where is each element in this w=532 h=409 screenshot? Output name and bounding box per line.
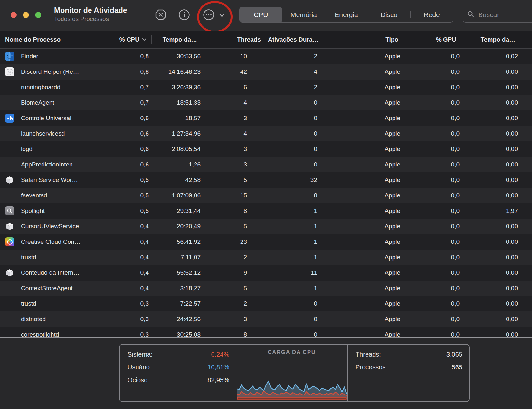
cell-threads: 8	[202, 207, 248, 214]
table-row[interactable]: corespotlightd0,330:25,0880Apple0,00,00	[0, 327, 532, 337]
cell-gpu-time: 0,00	[461, 146, 519, 153]
cell-activations: 1	[248, 223, 318, 230]
table-row[interactable]: distnoted0,324:42,5630Apple0,00,00	[0, 311, 532, 327]
cell-process-name: distnoted	[0, 311, 97, 327]
discord-helper-icon	[5, 67, 14, 76]
table-row[interactable]: logd0,62:08:05,5430Apple0,00,00	[0, 141, 532, 157]
cell-cpu: 0,7	[97, 99, 150, 106]
header-separator	[96, 35, 96, 44]
cell-kind: Apple	[318, 316, 402, 323]
table-row[interactable]: ContextStoreAgent0,43:18,2751Apple0,00,0…	[0, 281, 532, 296]
header-separator	[464, 35, 464, 44]
cell-gpu-time: 0,00	[461, 192, 519, 199]
header-separator	[204, 35, 204, 44]
cell-gpu: 0,0	[402, 53, 461, 60]
column-header-gpu-time[interactable]: Tempo da…	[481, 31, 515, 48]
header-separator	[526, 35, 526, 44]
column-header-gpu[interactable]: % GPU	[436, 31, 456, 48]
table-row[interactable]: Safari Service Wor…0,542,58532Apple0,00,…	[0, 172, 532, 188]
table-row[interactable]: CursorUIViewService0,420:20,4951Apple0,0…	[0, 219, 532, 234]
box-icon	[5, 222, 14, 231]
process-stats-panel: Threads: 3.065 Processos: 565	[348, 345, 469, 401]
cell-activations: 0	[248, 331, 318, 337]
cell-gpu: 0,0	[402, 207, 461, 214]
cell-kind: Apple	[318, 238, 402, 245]
cell-threads: 15	[202, 192, 248, 199]
cell-process-name: fseventsd	[0, 188, 97, 203]
table-row[interactable]: Discord Helper (Re…0,814:16:48,23424Appl…	[0, 64, 532, 80]
table-row[interactable]: fseventsd0,51:07:09,06158Apple0,00,00	[0, 188, 532, 203]
tab-memoria[interactable]: Memória	[282, 7, 325, 22]
column-header-cpu-time[interactable]: Tempo da…	[163, 31, 197, 48]
cell-kind: Apple	[318, 68, 402, 75]
cell-cpu: 0,3	[97, 331, 150, 337]
cell-kind: Apple	[318, 254, 402, 261]
cell-cpu: 0,4	[97, 254, 150, 261]
table-row[interactable]: AppPredictionInten…0,61,2630Apple0,00,00	[0, 157, 532, 172]
universal-control-icon	[5, 114, 14, 123]
cell-cpu-time: 1:07:09,06	[150, 192, 202, 199]
table-row[interactable]: runningboardd0,73:26:39,3662Apple0,00,00	[0, 80, 532, 95]
cell-process-name: launchservicesd	[0, 126, 97, 141]
cell-process-name: Conteúdo da Intern…	[0, 265, 97, 281]
minimize-window-button[interactable]	[23, 12, 29, 18]
column-header-cpu[interactable]: % CPU	[119, 31, 147, 48]
table-row[interactable]: Spotlight0,529:31,4481Apple0,01,97	[0, 203, 532, 219]
table-row[interactable]: BiomeAgent0,718:51,3340Apple0,00,00	[0, 95, 532, 110]
inspect-process-button[interactable]	[178, 8, 191, 21]
process-name: BiomeAgent	[21, 99, 54, 106]
tab-rede[interactable]: Rede	[410, 7, 453, 22]
cell-activations: 0	[248, 99, 318, 106]
stop-icon	[154, 8, 167, 21]
window-subtitle: Todos os Processos	[54, 15, 127, 23]
table-row[interactable]: Finder0,830:53,56102Apple0,00,02	[0, 49, 532, 64]
cell-kind: Apple	[318, 331, 402, 337]
cell-activations: 0	[248, 115, 318, 122]
cell-process-name: Controle Universal	[0, 110, 97, 126]
search-input[interactable]	[478, 11, 527, 19]
cell-kind: Apple	[318, 300, 402, 307]
cell-process-name: Creative Cloud Con…	[0, 234, 97, 250]
cell-cpu-time: 7:22,57	[150, 300, 202, 307]
column-header-threads[interactable]: Threads	[237, 31, 261, 48]
cell-gpu: 0,0	[402, 130, 461, 137]
cell-cpu-time: 55:52,12	[150, 269, 202, 276]
tab-energia[interactable]: Energia	[325, 7, 368, 22]
column-header-activations[interactable]: Ativações Dura…	[268, 31, 318, 48]
stop-process-button[interactable]	[154, 8, 167, 21]
cell-cpu: 0,6	[97, 161, 150, 168]
cell-activations: 2	[248, 84, 318, 91]
table-row[interactable]: launchservicesd0,61:27:34,9640Apple0,00,…	[0, 126, 532, 141]
cell-gpu: 0,0	[402, 316, 461, 323]
cell-gpu-time: 0,00	[461, 99, 519, 106]
search-field[interactable]	[463, 7, 532, 23]
cell-cpu-time: 2:08:05,54	[150, 146, 202, 153]
tab-cpu[interactable]: CPU	[240, 7, 282, 22]
process-name: launchservicesd	[21, 130, 65, 137]
cell-gpu: 0,0	[402, 161, 461, 168]
cell-cpu-time: 20:20,49	[150, 223, 202, 230]
user-value: 10,81%	[207, 364, 229, 371]
table-row[interactable]: Conteúdo da Intern…0,455:52,12911Apple0,…	[0, 265, 532, 281]
table-row[interactable]: trustd0,37:22,5720Apple0,00,00	[0, 296, 532, 311]
more-options-button[interactable]	[202, 8, 215, 21]
cell-cpu: 0,3	[97, 316, 150, 323]
column-header-kind[interactable]: Tipo	[385, 31, 398, 48]
cell-gpu: 0,0	[402, 192, 461, 199]
table-row[interactable]: Creative Cloud Con…0,456:41,92231Apple0,…	[0, 234, 532, 250]
cell-activations: 1	[248, 285, 318, 292]
tab-disco[interactable]: Disco	[368, 7, 411, 22]
cell-cpu-time: 18:51,33	[150, 99, 202, 106]
process-name: runningboardd	[21, 84, 61, 91]
process-name: ContextStoreAgent	[21, 285, 73, 292]
cell-cpu-time: 3:26:39,36	[150, 84, 202, 91]
zoom-window-button[interactable]	[35, 12, 41, 18]
cell-activations: 1	[248, 254, 318, 261]
table-row[interactable]: trustd0,47:11,0721Apple0,00,00	[0, 250, 532, 265]
chevron-down-icon[interactable]	[219, 13, 224, 17]
process-table: Finder0,830:53,56102Apple0,00,02Discord …	[0, 48, 532, 337]
system-value: 6,24%	[211, 351, 229, 358]
column-header-name[interactable]: Nome do Processo	[5, 31, 61, 48]
table-row[interactable]: Controle Universal0,618,5730Apple0,00,00	[0, 110, 532, 126]
close-window-button[interactable]	[11, 12, 17, 18]
